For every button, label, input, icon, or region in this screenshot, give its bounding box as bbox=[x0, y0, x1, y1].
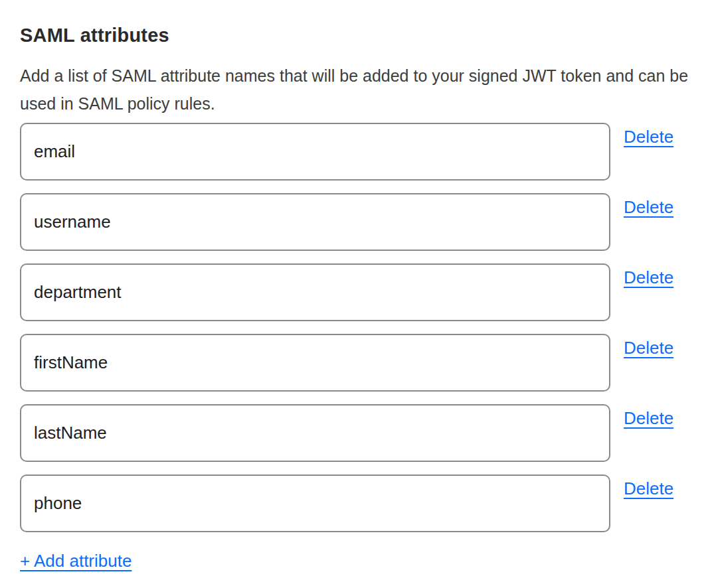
delete-link[interactable]: Delete bbox=[624, 338, 673, 358]
attribute-row: Delete bbox=[20, 263, 708, 321]
attribute-name-input[interactable] bbox=[20, 193, 610, 251]
attribute-row: Delete bbox=[20, 475, 708, 532]
attribute-name-input[interactable] bbox=[20, 334, 610, 392]
section-description: Add a list of SAML attribute names that … bbox=[20, 62, 691, 117]
page-title: SAML attributes bbox=[20, 24, 708, 47]
attribute-name-input[interactable] bbox=[20, 475, 610, 532]
delete-link[interactable]: Delete bbox=[624, 267, 673, 287]
attribute-row: Delete bbox=[20, 334, 708, 392]
saml-attribute-list: Delete Delete Delete Delete Delete Delet… bbox=[0, 123, 708, 532]
attribute-row: Delete bbox=[20, 193, 708, 251]
attribute-name-input[interactable] bbox=[20, 123, 610, 181]
delete-link[interactable]: Delete bbox=[624, 408, 673, 428]
attribute-row: Delete bbox=[20, 404, 708, 462]
attribute-row: Delete bbox=[20, 123, 708, 181]
delete-link[interactable]: Delete bbox=[624, 478, 673, 498]
delete-link[interactable]: Delete bbox=[624, 127, 673, 147]
add-attribute-link[interactable]: + Add attribute bbox=[20, 550, 132, 571]
attribute-name-input[interactable] bbox=[20, 263, 610, 321]
delete-link[interactable]: Delete bbox=[624, 197, 673, 217]
attribute-name-input[interactable] bbox=[20, 404, 610, 462]
